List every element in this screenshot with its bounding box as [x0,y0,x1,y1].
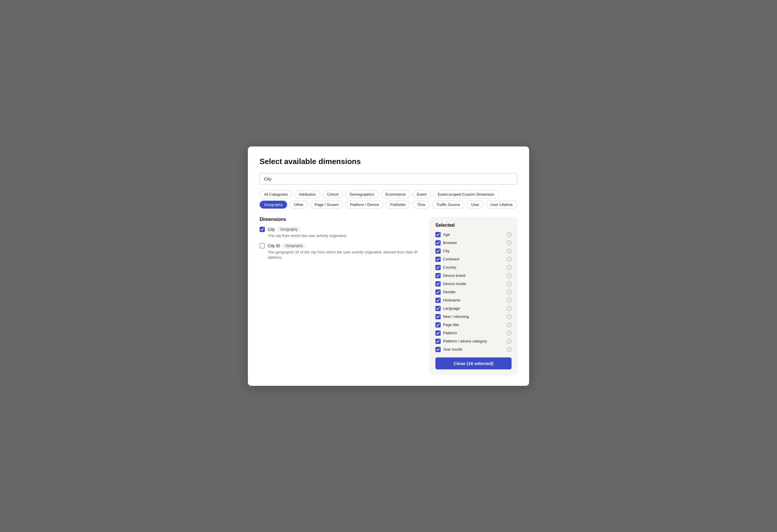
dimension-row: City IDGeography [259,243,423,248]
selected-item-name: Device brand [443,273,505,278]
selected-item-name: Hostname [443,298,505,302]
selected-item-checkbox[interactable] [435,322,441,327]
dimension-tag: Geography [278,227,300,232]
selected-item-name: City [443,249,505,253]
info-icon[interactable]: i [507,331,512,335]
chip-event[interactable]: Event [413,190,431,198]
chip-geography[interactable]: Geography [259,201,287,209]
selected-item-checkbox[interactable] [435,347,441,352]
selected-item-checkbox[interactable] [435,256,441,262]
selected-panel: Selected AgeiBrowseriCityiContinentiCoun… [430,217,518,375]
dimensions-title: Dimensions [259,217,423,222]
selected-item-name: Page title [443,323,505,327]
dimensions-panel: Dimensions CityGeographyThe city from wh… [259,217,423,375]
info-icon[interactable]: i [507,339,512,344]
dimension-item: CityGeographyThe city from which the use… [259,227,423,238]
info-icon[interactable]: i [507,249,512,253]
selected-item: Cityi [435,248,512,254]
dimension-row: CityGeography [259,227,423,232]
selected-item: Agei [435,232,512,237]
dimension-tag: Geography [283,243,305,248]
info-icon[interactable]: i [507,306,512,311]
selected-item-name: Gender [443,290,505,294]
chip-user[interactable]: User [467,201,483,209]
dimensions-modal: Select available dimensions All Categori… [248,146,529,386]
selected-item: Hostnamei [435,298,512,303]
dimension-description: The geographic ID of the city from which… [268,249,423,260]
selected-item-checkbox[interactable] [435,273,441,278]
selected-title: Selected [435,223,512,228]
selected-item-checkbox[interactable] [435,314,441,319]
chip-user-lifetime[interactable]: User Lifetime [486,201,517,209]
modal-overlay: Select available dimensions All Categori… [0,0,777,532]
selected-item: Device modeli [435,281,512,287]
selected-item-name: Language [443,306,505,311]
info-icon[interactable]: i [507,347,512,352]
selected-item-checkbox[interactable] [435,290,441,295]
selected-item-name: Continent [443,257,505,261]
selected-item-name: Platform [443,331,505,335]
dimension-name: City [268,227,275,232]
chip-demographics[interactable]: Demographics [345,190,379,198]
selected-item-name: Age [443,232,505,237]
info-icon[interactable]: i [507,290,512,294]
selected-item: New / returningi [435,314,512,319]
selected-item: Browseri [435,240,512,245]
selected-item: Countryi [435,265,512,270]
selected-item: Languagei [435,306,512,311]
filter-chips: All CategoriesAttributionCohortDemograph… [259,190,518,209]
chip-platform---device[interactable]: Platform / Device [345,201,383,209]
info-icon[interactable]: i [507,298,512,303]
selected-item-checkbox[interactable] [435,306,441,311]
chip-publisher[interactable]: Publisher [385,201,410,209]
selected-item: Device brandi [435,273,512,278]
info-icon[interactable]: i [507,232,512,237]
selected-item-name: Browser [443,240,505,245]
chip-all-categories[interactable]: All Categories [259,190,292,198]
dimension-item: City IDGeographyThe geographic ID of the… [259,243,423,260]
selected-item: Genderi [435,290,512,295]
chip-page---screen[interactable]: Page / Screen [310,201,343,209]
main-content: Dimensions CityGeographyThe city from wh… [259,217,518,375]
selected-item-checkbox[interactable] [435,248,441,254]
selected-item: Continenti [435,256,512,262]
dimension-checkbox[interactable] [259,243,265,248]
modal-title: Select available dimensions [259,157,518,166]
selected-item-checkbox[interactable] [435,281,441,287]
dimensions-list: CityGeographyThe city from which the use… [259,227,423,260]
chip-traffic-source[interactable]: Traffic Source [432,201,464,209]
selected-item-checkbox[interactable] [435,240,441,245]
chip-event-scoped-custom-dimension[interactable]: Event-scoped Custom Dimension [433,190,498,198]
dimension-description: The city from which the user activity or… [268,233,423,238]
info-icon[interactable]: i [507,273,512,278]
info-icon[interactable]: i [507,314,512,319]
selected-list: AgeiBrowseriCityiContinentiCountryiDevic… [435,232,512,352]
selected-item-name: Device model [443,282,505,286]
selected-item: Platformi [435,330,512,336]
close-button[interactable]: Close (16 selected) [435,357,512,369]
selected-item-name: Country [443,265,505,270]
selected-item-checkbox[interactable] [435,298,441,303]
selected-item-name: New / returning [443,314,505,319]
chip-ecommerce[interactable]: Ecommerce [381,190,410,198]
chip-cohort[interactable]: Cohort [323,190,343,198]
selected-item-checkbox[interactable] [435,232,441,237]
selected-item-checkbox[interactable] [435,339,441,344]
selected-item-name: Platform / device category [443,339,505,343]
chip-other[interactable]: Other [290,201,308,209]
selected-item-name: Year month [443,347,505,351]
chip-time[interactable]: Time [413,201,430,209]
selected-item-checkbox[interactable] [435,330,441,336]
selected-item: Page titlei [435,322,512,327]
info-icon[interactable]: i [507,282,512,286]
info-icon[interactable]: i [507,323,512,327]
selected-item-checkbox[interactable] [435,265,441,270]
search-input[interactable] [259,173,518,185]
info-icon[interactable]: i [507,265,512,270]
dimension-name: City ID [268,243,280,248]
info-icon[interactable]: i [507,240,512,245]
selected-item: Platform / device categoryi [435,339,512,344]
dimension-checkbox[interactable] [259,227,265,232]
chip-attribution[interactable]: Attribution [295,190,321,198]
info-icon[interactable]: i [507,257,512,261]
